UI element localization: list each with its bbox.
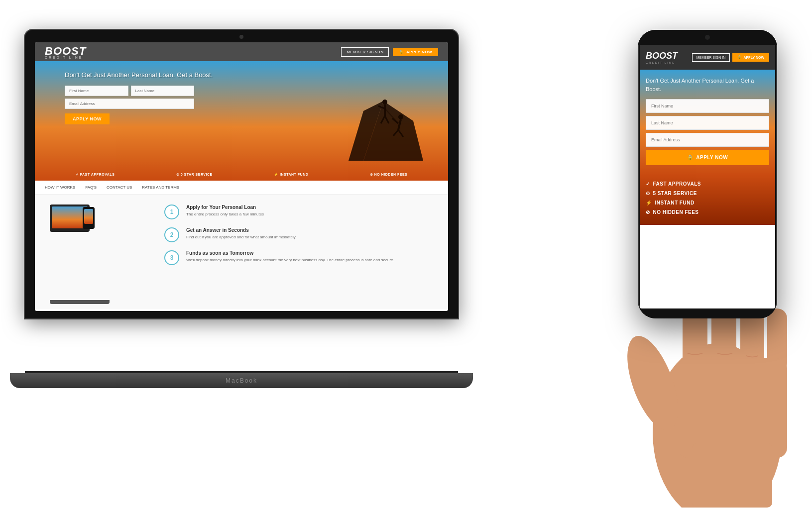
- laptop-brand-label: MacBook: [226, 377, 257, 384]
- laptop-screen-bezel: BOOST CREDIT LINE MEMBER SIGN IN 🔒 APPLY…: [25, 30, 458, 318]
- name-row: [65, 86, 194, 96]
- logo-main: BOOST: [45, 45, 86, 57]
- header-buttons: MEMBER SIGN IN 🔒 APPLY NOW: [341, 47, 438, 57]
- hero-section: Don't Get Just Another Personal Loan. Ge…: [35, 61, 448, 181]
- phone-last-name-input[interactable]: [646, 116, 769, 130]
- step-3-title: Funds as soon as Tomorrow: [186, 250, 394, 256]
- step-1-desc: The entire process only takes a few minu…: [186, 211, 264, 217]
- phone-signin-button[interactable]: MEMBER SIGN IN: [692, 53, 730, 62]
- phone-device-wrapper: BOOST CREDIT LINE MEMBER SIGN IN 🔒 APPLY…: [623, 15, 797, 488]
- phone-logo-sub: CREDIT LINE: [646, 61, 678, 64]
- hero-form: APPLY NOW: [65, 86, 194, 124]
- hero-title: Don't Get Just Another Personal Loan. Ge…: [65, 71, 239, 79]
- phone-hero: Don't Get Just Another Personal Loan. Ge…: [640, 70, 775, 175]
- main-scene: BOOST CREDIT LINE MEMBER SIGN IN 🔒 APPLY…: [0, 0, 812, 512]
- phone-bottom: [638, 308, 777, 318]
- phone-header-buttons: MEMBER SIGN IN 🔒 APPLY NOW: [692, 53, 769, 62]
- check-icon: ✓: [646, 181, 650, 187]
- lock-icon: 🔒: [399, 50, 404, 54]
- phone-features: ✓ FAST APPROVALS ⊙ 5 STAR SERVICE ⚡ INST…: [640, 175, 775, 225]
- phone-hero-title: Don't Get Just Another Personal Loan. Ge…: [646, 77, 769, 93]
- device-preview: [50, 205, 149, 299]
- step-1-circle: 1: [164, 205, 179, 219]
- phone-apply-header-button[interactable]: 🔒 APPLY NOW: [732, 53, 769, 62]
- phone-email-input[interactable]: [646, 133, 769, 147]
- feature-no-hidden-fees: ⊘ NO HIDDEN FEES: [370, 173, 407, 177]
- hero-features: ✓ FAST APPROVALS ⊙ 5 STAR SERVICE ⚡ INST…: [35, 173, 448, 177]
- svg-point-2: [382, 100, 387, 104]
- apply-label: APPLY NOW: [406, 50, 432, 54]
- phone-logo: BOOST CREDIT LINE: [646, 51, 678, 64]
- nav-bar: HOW IT WORKS FAQ'S CONTACT US RATES AND …: [35, 181, 448, 195]
- hero-content: Don't Get Just Another Personal Loan. Ge…: [65, 71, 239, 124]
- step-2-title: Get an Answer in Seconds: [186, 227, 296, 233]
- step-2-content: Get an Answer in Seconds Find out if you…: [186, 227, 296, 240]
- mini-phone: [83, 207, 95, 229]
- laptop-camera: [239, 35, 243, 39]
- phone-feature-no-hidden-fees: ⊘ NO HIDDEN FEES: [646, 209, 769, 215]
- mini-phone-screen: [84, 209, 93, 224]
- svg-point-7: [398, 114, 403, 119]
- phone-feature-star-service-label: 5 STAR SERVICE: [653, 191, 697, 196]
- logo: BOOST CREDIT LINE: [45, 45, 86, 59]
- step-2: 2 Get an Answer in Seconds Find out if y…: [164, 227, 433, 242]
- nav-rates-terms[interactable]: RATES AND TERMS: [142, 185, 179, 190]
- phone-feature-star-service: ⊙ 5 STAR SERVICE: [646, 191, 769, 196]
- mini-laptop: [50, 205, 90, 232]
- steps-list: 1 Apply for Your Personal Loan The entir…: [164, 205, 433, 299]
- email-input[interactable]: [65, 99, 194, 109]
- main-content: 1 Apply for Your Personal Loan The entir…: [35, 195, 448, 309]
- step-1-title: Apply for Your Personal Loan: [186, 205, 264, 210]
- phone-body: BOOST CREDIT LINE MEMBER SIGN IN 🔒 APPLY…: [638, 30, 777, 318]
- phone-lock-icon: 🔒: [737, 55, 742, 59]
- phone-first-name-input[interactable]: [646, 99, 769, 113]
- phone-camera: [705, 35, 710, 40]
- apply-button[interactable]: 🔒 APPLY NOW: [393, 48, 438, 56]
- phone-apply-btn-label: APPLY NOW: [696, 155, 728, 160]
- step-2-circle: 2: [164, 227, 179, 242]
- feature-instant-fund: ⚡ INSTANT FUND: [274, 173, 308, 177]
- phone-feature-no-hidden-fees-label: NO HIDDEN FEES: [653, 209, 699, 215]
- logo-sub: CREDIT LINE: [45, 56, 86, 59]
- nav-how-it-works[interactable]: HOW IT WORKS: [45, 185, 75, 190]
- feature-star-service: ⊙ 5 STAR SERVICE: [176, 173, 213, 177]
- bolt-icon: ⚡: [646, 200, 652, 205]
- phone-feature-instant-fund: ⚡ INSTANT FUND: [646, 200, 769, 205]
- hero-silhouette-image: [334, 71, 433, 171]
- step-1-content: Apply for Your Personal Loan The entire …: [186, 205, 264, 217]
- last-name-input[interactable]: [131, 86, 195, 96]
- laptop-device: BOOST CREDIT LINE MEMBER SIGN IN 🔒 APPLY…: [25, 30, 458, 388]
- phone-site-header: BOOST CREDIT LINE MEMBER SIGN IN 🔒 APPLY…: [640, 45, 775, 70]
- phone-feature-fast-approvals-label: FAST APPROVALS: [653, 181, 701, 187]
- nav-faqs[interactable]: FAQ'S: [85, 185, 97, 190]
- phone-apply-lock-icon: 🔒: [687, 155, 694, 160]
- signin-button[interactable]: MEMBER SIGN IN: [341, 47, 389, 57]
- phone-apply-button[interactable]: 🔒 APPLY NOW: [646, 150, 769, 165]
- laptop-base: MacBook: [10, 373, 473, 388]
- star-icon: ⊙: [646, 191, 650, 196]
- phone-feature-instant-fund-label: INSTANT FUND: [655, 200, 695, 205]
- mini-laptop-base: [50, 300, 110, 304]
- nav-contact-us[interactable]: CONTACT US: [107, 185, 132, 190]
- phone-notch: [638, 30, 777, 45]
- first-name-input[interactable]: [65, 86, 128, 96]
- phone-apply-header-label: APPLY NOW: [743, 56, 764, 59]
- laptop-screen: BOOST CREDIT LINE MEMBER SIGN IN 🔒 APPLY…: [35, 42, 448, 311]
- step-2-desc: Find out if you are approved and for wha…: [186, 234, 296, 240]
- svg-rect-20: [693, 443, 772, 508]
- step-3-circle: 3: [164, 250, 179, 265]
- step-1: 1 Apply for Your Personal Loan The entir…: [164, 205, 433, 219]
- feature-fast-approvals: ✓ FAST APPROVALS: [76, 173, 115, 177]
- site-header: BOOST CREDIT LINE MEMBER SIGN IN 🔒 APPLY…: [35, 42, 448, 61]
- step-3: 3 Funds as soon as Tomorrow We'll deposi…: [164, 250, 433, 265]
- no-icon: ⊘: [646, 209, 650, 215]
- phone-screen: BOOST CREDIT LINE MEMBER SIGN IN 🔒 APPLY…: [640, 45, 775, 308]
- step-3-content: Funds as soon as Tomorrow We'll deposit …: [186, 250, 394, 263]
- step-3-desc: We'll deposit money directly into your b…: [186, 257, 394, 263]
- phone-logo-main: BOOST: [646, 51, 678, 61]
- phone-feature-fast-approvals: ✓ FAST APPROVALS: [646, 181, 769, 187]
- hero-apply-button[interactable]: APPLY NOW: [65, 113, 110, 124]
